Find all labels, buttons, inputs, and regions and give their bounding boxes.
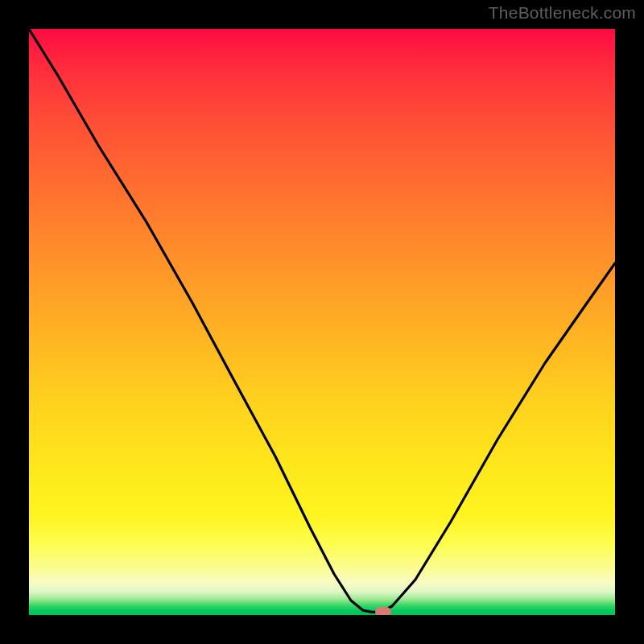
optimal-point-marker (375, 607, 391, 615)
bottleneck-curve-line (29, 29, 615, 612)
plot-area (29, 29, 615, 615)
chart-frame: TheBottleneck.com (0, 0, 644, 644)
watermark-text: TheBottleneck.com (489, 3, 636, 23)
chart-svg (29, 29, 615, 615)
